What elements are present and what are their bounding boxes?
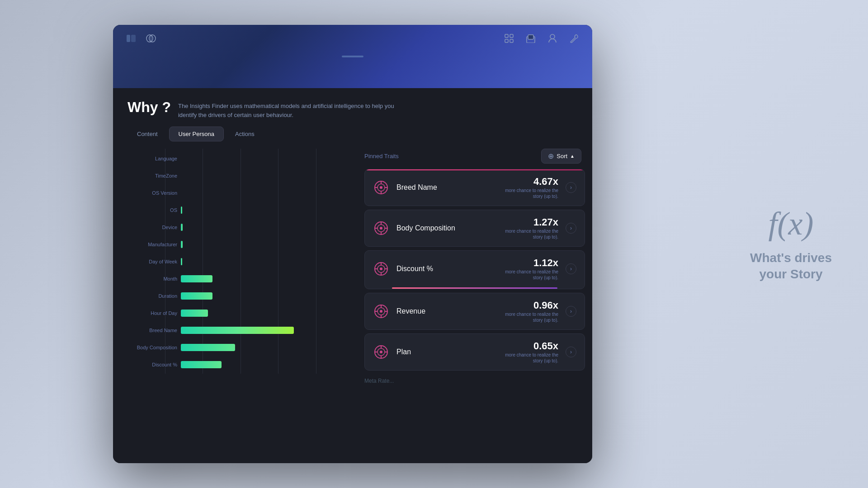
svg-point-28 — [380, 267, 382, 270]
header-row: Why ? The Insights Finder uses mathemati… — [127, 99, 578, 119]
trait-icon-bodycomposition — [373, 220, 389, 236]
brain-icon[interactable] — [144, 31, 158, 46]
svg-point-14 — [380, 186, 382, 189]
svg-rect-7 — [505, 39, 508, 42]
sidebar-toggle-icon[interactable] — [124, 31, 138, 46]
layers-icon[interactable] — [524, 31, 538, 46]
trait-name-breedname: Breed Name — [396, 183, 488, 192]
trait-arrow-revenue[interactable]: › — [566, 306, 576, 317]
chart-bars-language — [181, 150, 354, 167]
app-window: Why ? The Insights Finder uses mathemati… — [113, 25, 592, 463]
chart-row-device: Device — [127, 219, 354, 235]
svg-rect-8 — [510, 39, 513, 42]
trait-value-plan: 0.65x more chance to realize the story (… — [495, 340, 558, 364]
page-title: Why ? — [127, 99, 171, 116]
tab-actions[interactable]: Actions — [226, 127, 264, 141]
chart-bars-discount — [181, 357, 354, 373]
traits-panel: Pinned Traits ⊕ Sort ▲ — [354, 149, 589, 463]
trait-name-discount: Discount % — [396, 265, 488, 273]
tool-icon[interactable] — [567, 31, 581, 46]
trait-value-bodycomposition: 1.27x more chance to realize the story (… — [495, 216, 558, 240]
bar-bodycomposition — [181, 344, 235, 351]
bar-discount — [181, 361, 222, 368]
sort-label: Sort — [557, 153, 567, 160]
discount-gradient-bar — [392, 287, 557, 289]
app-header: Why ? The Insights Finder uses mathemati… — [113, 88, 592, 127]
trait-desc-breedname: more chance to realize the story (up to)… — [495, 188, 558, 199]
chart-label-breedname: Breed Name — [127, 328, 177, 333]
chart-bars-hourofday — [181, 305, 354, 321]
trait-multiplier-bodycomposition: 1.27x — [533, 216, 558, 228]
fx-symbol: f(x) — [769, 205, 814, 243]
sort-button[interactable]: ⊕ Sort ▲ — [541, 149, 581, 164]
svg-rect-6 — [510, 34, 513, 38]
trait-icon-revenue — [373, 303, 389, 319]
chart-label-bodycomposition: Body Composition — [127, 345, 177, 350]
chart-row-osversion: OS Version — [127, 185, 354, 201]
page-background: f(x) What's drivesyour Story — [0, 0, 868, 488]
chart-row-timezone: TimeZone — [127, 168, 354, 184]
svg-point-42 — [380, 351, 382, 353]
chart-bars-osversion — [181, 185, 354, 201]
svg-point-2 — [146, 35, 153, 42]
trait-desc-revenue: more chance to realize the story (up to)… — [495, 311, 558, 323]
chart-label-osversion: OS Version — [127, 190, 177, 196]
app-banner — [113, 25, 592, 88]
svg-rect-1 — [131, 35, 136, 42]
trait-card-discount: Discount % 1.12x more chance to realize … — [364, 250, 585, 289]
chart-row-dayofweek: Day of Week — [127, 253, 354, 270]
trait-value-breedname: 4.67x more chance to realize the story (… — [495, 176, 558, 199]
trait-arrow-discount[interactable]: › — [566, 263, 576, 274]
chart-row-breedname: Breed Name — [127, 322, 354, 338]
chart-row-month: Month — [127, 271, 354, 287]
trait-card-bodycomposition: Body Composition 1.27x more chance to re… — [364, 210, 585, 247]
chart-label-duration: Duration — [127, 293, 177, 299]
svg-rect-10 — [528, 35, 533, 39]
trait-name-revenue: Revenue — [396, 307, 488, 315]
chart-label-device: Device — [127, 225, 177, 230]
bar-duration — [181, 292, 212, 300]
svg-point-21 — [380, 227, 382, 230]
chart-label-hourofday: Hour of Day — [127, 310, 177, 316]
trait-desc-plan: more chance to realize the story (up to)… — [495, 352, 558, 364]
chart-bars-breedname — [181, 322, 354, 338]
trait-card-breedname: Breed Name 4.67x more chance to realize … — [364, 169, 585, 206]
chart-bars-os — [181, 202, 354, 218]
svg-point-3 — [149, 35, 156, 42]
chart-row-duration: Duration — [127, 288, 354, 304]
chart-bars-dayofweek — [181, 253, 354, 270]
user-icon[interactable] — [545, 31, 560, 46]
traits-header-row: Pinned Traits ⊕ Sort ▲ — [364, 149, 585, 164]
chart-row-hourofday: Hour of Day — [127, 305, 354, 321]
trait-name-bodycomposition: Body Composition — [396, 224, 488, 232]
page-description: The Insights Finder uses mathematical mo… — [178, 99, 404, 119]
chart-row-language: Language — [127, 150, 354, 167]
chart-row-os: OS — [127, 202, 354, 218]
meta-rate-hint: Meta Rate... — [364, 374, 585, 388]
grid-icon[interactable] — [502, 31, 516, 46]
trait-arrow-bodycomposition[interactable]: › — [566, 223, 576, 234]
bar-manufacturer — [181, 241, 183, 248]
tab-content[interactable]: Content — [127, 127, 167, 141]
svg-rect-5 — [505, 34, 508, 38]
bar-breedname — [181, 327, 294, 334]
svg-rect-0 — [127, 35, 130, 42]
trait-name-plan: Plan — [396, 348, 488, 356]
chart-bars-bodycomposition — [181, 339, 354, 356]
chart-label-timezone: TimeZone — [127, 173, 177, 178]
trait-arrow-plan[interactable]: › — [566, 347, 576, 357]
chart-label-dayofweek: Day of Week — [127, 259, 177, 264]
trait-multiplier-plan: 0.65x — [533, 340, 558, 352]
trait-icon-plan — [373, 344, 389, 360]
chart-row-discount: Discount % — [127, 357, 354, 373]
svg-point-11 — [550, 34, 555, 39]
content-split: Language TimeZone OS Version — [113, 149, 592, 463]
plus-icon: ⊕ — [548, 152, 554, 160]
drag-handle — [342, 56, 363, 57]
tab-user-persona[interactable]: User Persona — [169, 127, 224, 141]
bar-os — [181, 206, 182, 214]
trait-arrow-breedname[interactable]: › — [566, 182, 576, 193]
chart-row-manufacturer: Manufacturer — [127, 236, 354, 253]
chart-area: Language TimeZone OS Version — [127, 149, 354, 463]
trait-value-revenue: 0.96x more chance to realize the story (… — [495, 300, 558, 323]
